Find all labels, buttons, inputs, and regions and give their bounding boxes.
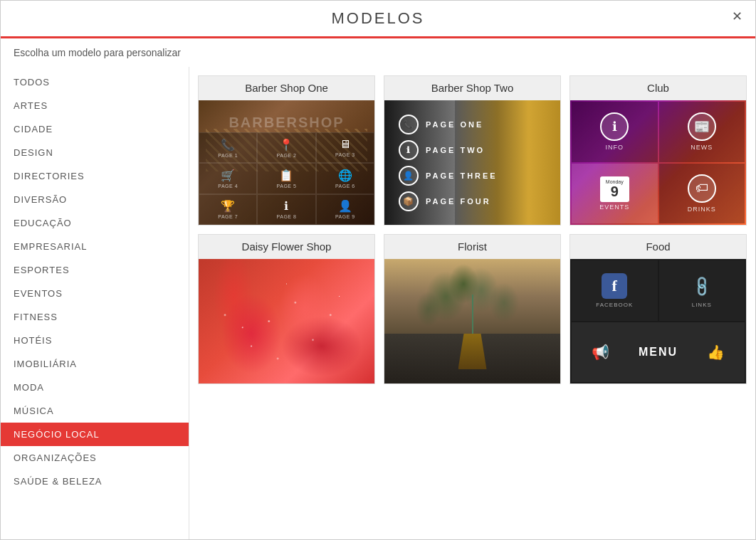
template-grid-area: Barber Shop One 📞PAGE 1 📍PAGE 2 🖥PAGE 3 … [189, 67, 755, 539]
sidebar-item-fitness[interactable]: FITNESS [1, 305, 189, 329]
sidebar-item-cidade[interactable]: CIDADE [1, 117, 189, 141]
template-preview-florist [384, 259, 560, 383]
sidebar-item-educacao[interactable]: EDUCAÇÃO [1, 211, 189, 235]
template-title-food: Food [570, 235, 746, 259]
sidebar-item-todos[interactable]: TODOS [1, 70, 189, 94]
facebook-icon: f [602, 273, 627, 299]
sidebar: TODOS ARTES CIDADE DESIGN DIRECTORIES DI… [1, 67, 189, 539]
sidebar-item-eventos[interactable]: EVENTOS [1, 282, 189, 305]
template-preview-club: ℹ INFO 📰 NEWS Monday 9 [570, 100, 746, 225]
template-card-food[interactable]: Food f FACEBOOK 🔗 LINKS [569, 234, 747, 384]
template-card-barber-shop-two[interactable]: Barber Shop Two 📞 PAGE ONE ℹ [384, 75, 561, 226]
sidebar-item-imobiliaria[interactable]: IMOBILIÁRIA [1, 352, 189, 376]
template-card-florist[interactable]: Florist [384, 234, 561, 384]
template-preview-food: f FACEBOOK 🔗 LINKS 📢 MENU 👍 [570, 259, 746, 383]
sidebar-item-moda[interactable]: MODA [1, 376, 189, 399]
sidebar-item-directories[interactable]: DIRECTORIES [1, 164, 189, 188]
modal-container: MODELOS ✕ Escolha um modelo para persona… [0, 0, 756, 540]
sidebar-item-artes[interactable]: ARTES [1, 94, 189, 117]
template-preview-daisy-flower-shop [199, 259, 374, 383]
template-card-barber-shop-one[interactable]: Barber Shop One 📞PAGE 1 📍PAGE 2 🖥PAGE 3 … [198, 75, 375, 226]
main-content: TODOS ARTES CIDADE DESIGN DIRECTORIES DI… [1, 67, 755, 539]
template-title-barber-shop-two: Barber Shop Two [384, 76, 560, 100]
link-icon: 🔗 [683, 268, 720, 304]
template-title-daisy-flower-shop: Daisy Flower Shop [199, 235, 374, 259]
sidebar-item-saude-beleza[interactable]: SAÚDE & BELEZA [1, 470, 189, 493]
template-card-club[interactable]: Club ℹ INFO 📰 NEWS [569, 75, 747, 226]
sidebar-item-esportes[interactable]: ESPORTES [1, 258, 189, 282]
megaphone-icon: 📢 [592, 344, 609, 361]
sidebar-item-musica[interactable]: MÚSICA [1, 399, 189, 423]
sidebar-item-empresarial[interactable]: EMPRESARIAL [1, 235, 189, 258]
template-title-club: Club [570, 76, 746, 100]
modal-subtitle: Escolha um modelo para personalizar [1, 38, 755, 67]
template-card-daisy-flower-shop[interactable]: Daisy Flower Shop [198, 234, 375, 384]
close-button[interactable]: ✕ [728, 8, 745, 25]
sidebar-item-design[interactable]: DESIGN [1, 141, 189, 164]
template-preview-barber-shop-one: 📞PAGE 1 📍PAGE 2 🖥PAGE 3 🛒PAGE 4 📋PAGE 5 … [199, 100, 374, 225]
modal-title: MODELOS [331, 9, 424, 28]
menu-label: MENU [639, 346, 678, 359]
template-grid: Barber Shop One 📞PAGE 1 📍PAGE 2 🖥PAGE 3 … [198, 75, 747, 384]
sidebar-item-diversao[interactable]: DIVERSÃO [1, 188, 189, 211]
sidebar-item-hoteis[interactable]: HOTÉIS [1, 329, 189, 352]
template-title-barber-shop-one: Barber Shop One [199, 76, 374, 100]
template-title-florist: Florist [384, 235, 560, 259]
sidebar-item-organizacoes[interactable]: ORGANIZAÇÕES [1, 446, 189, 470]
modal-header: MODELOS ✕ [1, 1, 755, 38]
template-preview-barber-shop-two: 📞 PAGE ONE ℹ PAGE TWO 👤 PAGE THREE [384, 100, 560, 225]
thumbs-up-icon: 👍 [707, 344, 725, 361]
sidebar-item-negocio-local[interactable]: NEGÓCIO LOCAL [1, 423, 189, 446]
